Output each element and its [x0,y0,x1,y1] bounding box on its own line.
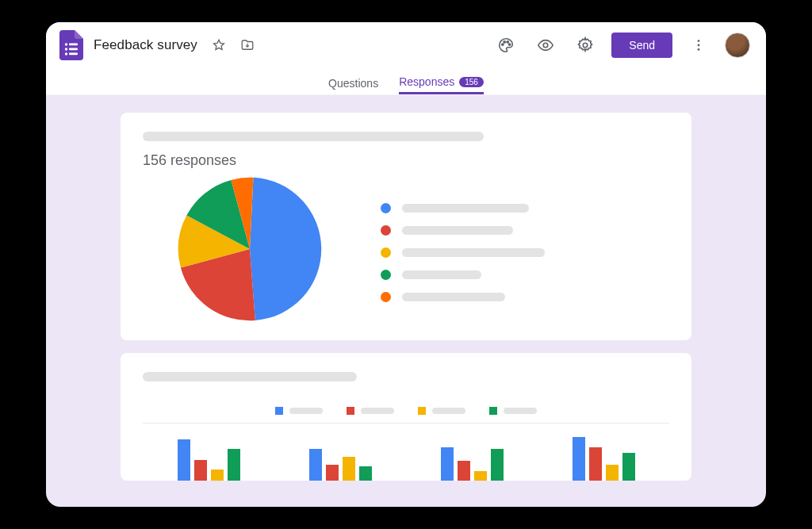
legend-label-placeholder [402,293,505,301]
svg-rect-3 [69,48,78,51]
legend-label-placeholder [402,204,529,213]
legend-label-placeholder [289,408,323,414]
svg-point-14 [698,48,700,51]
bar-groups [143,431,669,481]
svg-rect-5 [69,53,78,56]
legend-label-placeholder [361,408,394,414]
bar-legend-item [418,407,465,415]
legend-label-placeholder [432,408,465,414]
header-bar: Feedback survey Send [46,22,766,68]
bar-group [573,437,635,481]
tab-questions[interactable]: Questions [328,68,378,94]
tab-responses-label: Responses [399,75,454,88]
tab-responses[interactable]: Responses 156 [399,68,484,94]
legend-dot-icon [381,270,391,280]
bar [178,439,190,481]
summary-card: 156 responses [121,113,691,340]
pie-chart [174,174,325,324]
svg-point-12 [698,40,700,42]
settings-gear-icon[interactable] [572,32,599,59]
bar [474,471,487,481]
bar-group [178,439,240,481]
svg-point-11 [584,43,588,48]
bar [211,470,224,481]
bar-legend-item [275,407,323,415]
legend-label-placeholder [402,248,545,257]
legend-label-placeholder [402,270,481,279]
pie-slice [250,178,321,320]
svg-point-2 [65,48,67,50]
response-count-badge: 156 [459,77,484,87]
legend-swatch-icon [347,407,354,415]
bar [589,447,602,481]
more-vert-icon[interactable] [685,32,712,59]
legend-dot-icon [381,203,391,213]
legend-label-placeholder [402,226,513,235]
title-icons [209,35,258,56]
tab-strip: Questions Responses 156 [46,68,766,95]
bar-question-title-placeholder [143,372,357,381]
header-actions: Send [492,32,750,59]
svg-point-4 [65,52,67,55]
svg-point-9 [509,44,511,45]
bar-legend-item [489,407,537,415]
legend-item [381,225,545,236]
pie-legend [381,203,545,302]
bar [573,437,585,481]
bar [309,449,322,481]
legend-item [381,270,545,280]
response-count-title: 156 responses [143,152,669,169]
legend-label-placeholder [504,408,537,414]
user-avatar[interactable] [725,33,750,58]
legend-dot-icon [381,225,391,236]
bar [491,449,504,481]
svg-point-0 [65,43,67,45]
bar-axis-line [143,423,669,424]
tab-questions-label: Questions [328,77,378,90]
send-button[interactable]: Send [611,33,672,58]
legend-swatch-icon [418,407,426,415]
preview-eye-icon[interactable] [532,32,559,59]
star-icon[interactable] [209,35,229,56]
svg-point-7 [504,41,505,43]
bar-legend [143,407,669,415]
app-window: Feedback survey Send [46,22,766,507]
palette-icon[interactable] [492,32,519,59]
bar [343,457,355,481]
move-to-folder-icon[interactable] [237,35,258,56]
bar-group [309,449,372,481]
legend-item [381,247,545,258]
bar [326,465,339,481]
question-title-placeholder [143,132,484,141]
bar [441,447,454,481]
pie-chart-row [143,174,669,324]
legend-dot-icon [381,247,391,258]
bar-card [121,353,691,481]
legend-item [381,203,545,213]
legend-swatch-icon [489,407,497,415]
bar [606,465,619,481]
svg-point-8 [507,41,508,43]
content-area: 156 responses [46,95,766,481]
svg-rect-1 [69,44,78,46]
svg-point-10 [544,43,549,48]
bar [359,466,372,481]
legend-dot-icon [381,292,391,302]
bar [458,461,470,481]
bar-group [441,447,504,481]
bar [194,460,207,481]
bar-legend-item [347,407,394,415]
legend-item [381,292,545,302]
bar [622,453,635,481]
document-title[interactable]: Feedback survey [94,37,197,53]
forms-logo-icon[interactable] [57,31,86,59]
legend-swatch-icon [275,407,283,415]
svg-point-6 [502,44,504,45]
bar [228,449,240,481]
svg-point-13 [698,44,700,47]
